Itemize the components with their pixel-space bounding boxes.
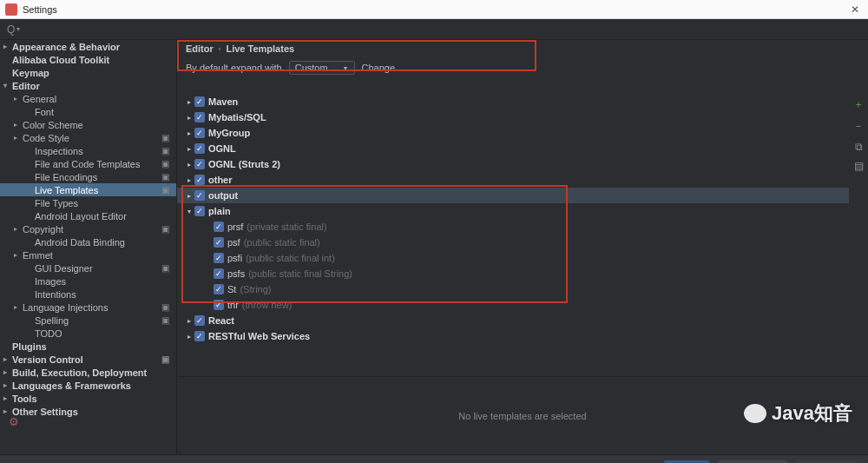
sidebar-item[interactable]: ▸Android Layout Editor [0, 209, 176, 222]
checkbox[interactable]: ✓ [194, 96, 205, 107]
expand-prefix-label: By default expand with [186, 63, 282, 73]
tree-item[interactable]: ▸✓psfs(public static final String) [177, 266, 849, 281]
checkbox[interactable]: ✓ [214, 300, 224, 310]
checkbox[interactable]: ✓ [194, 159, 205, 169]
sidebar-item[interactable]: ▸File Encodings▣ [0, 170, 176, 183]
chevron-icon[interactable]: ▸ [184, 98, 194, 106]
tree-item[interactable]: ▸✓MyGroup [177, 125, 849, 141]
checkbox[interactable]: ✓ [194, 128, 205, 138]
sidebar-item[interactable]: ▸Color Scheme [0, 118, 176, 131]
sidebar-item[interactable]: ▸Appearance & Behavior [0, 40, 176, 53]
change-link[interactable]: Change [362, 63, 396, 73]
expand-with-combo[interactable]: Custom… ▼ [289, 61, 355, 75]
tree-item[interactable]: ▸✓psfi(public static final int) [177, 250, 849, 266]
checkbox[interactable]: ✓ [194, 315, 205, 326]
search-dropdown-icon[interactable]: ▾ [16, 25, 20, 33]
chevron-icon[interactable]: ▸ [184, 176, 194, 184]
checkbox[interactable]: ✓ [214, 222, 224, 232]
sidebar-item[interactable]: ▸General [0, 92, 176, 105]
sidebar-item[interactable]: ▸Alibaba Cloud Toolkit [0, 53, 176, 66]
search-bar[interactable]: Q ▾ [0, 19, 868, 40]
sidebar-item-label: Inspections [33, 146, 161, 156]
sidebar-item[interactable]: ▸Language Injections▣ [0, 301, 176, 314]
tree-item[interactable]: ▸✓prsf(private static final) [177, 219, 849, 235]
close-icon[interactable]: ✕ [847, 3, 863, 16]
cancel-button[interactable]: CANCEL [718, 460, 788, 464]
sidebar-item[interactable]: ▸File Types [0, 196, 176, 209]
sidebar-item[interactable]: ▸TODO [0, 327, 176, 340]
chevron-icon[interactable]: ▸ [184, 161, 194, 169]
tree-item[interactable]: ▸✓OGNL [177, 141, 849, 156]
sidebar-item[interactable]: ▾Editor [0, 79, 176, 92]
checkbox[interactable]: ✓ [194, 143, 205, 154]
gear-icon[interactable]: ⚙ [9, 415, 19, 428]
tree-item[interactable]: ▸✓Mybatis/SQL [177, 109, 849, 125]
checkbox[interactable]: ✓ [214, 253, 224, 263]
sidebar-item-label: Appearance & Behavior [10, 42, 173, 52]
expand-with-value: Custom… [295, 63, 338, 73]
chevron-icon: ▸ [10, 95, 21, 103]
sidebar-item[interactable]: ▸Font [0, 105, 176, 118]
checkbox[interactable]: ✓ [214, 237, 224, 248]
breadcrumb-parent[interactable]: Editor [186, 43, 214, 54]
checkbox[interactable]: ✓ [194, 175, 205, 185]
chevron-icon: ▸ [10, 251, 21, 259]
sidebar-item-label: Tools [10, 394, 173, 404]
window-title: Settings [23, 4, 847, 15]
chevron-icon[interactable]: ▸ [184, 145, 194, 153]
tree-item-label: psfi [227, 253, 242, 263]
checkbox[interactable]: ✓ [214, 268, 224, 279]
sidebar-item[interactable]: ▸Inspections▣ [0, 144, 176, 157]
tree-item[interactable]: ▸✓other [177, 172, 849, 188]
chevron-icon[interactable]: ▸ [184, 192, 194, 200]
ok-button[interactable]: OK [664, 460, 709, 464]
checkbox[interactable]: ✓ [214, 284, 224, 294]
chevron-icon[interactable]: ▾ [184, 208, 194, 215]
tree-item[interactable]: ▸✓OGNL (Struts 2) [177, 156, 849, 172]
chevron-icon[interactable]: ▸ [184, 333, 194, 341]
tree-item-label: psfs [227, 268, 245, 279]
sidebar-item[interactable]: ▸Live Templates▣ [0, 183, 176, 196]
templates-tree[interactable]: ▸✓Maven▸✓Mybatis/SQL▸✓MyGroup▸✓OGNL▸✓OGN… [177, 78, 849, 376]
tree-item[interactable]: ▾✓plain [177, 203, 849, 219]
checkbox[interactable]: ✓ [194, 331, 205, 341]
checkbox[interactable]: ✓ [194, 190, 205, 201]
tree-item-desc: (public static final int) [246, 253, 335, 263]
sidebar-item[interactable]: ▸GUI Designer▣ [0, 261, 176, 274]
tree-item[interactable]: ▸✓React [177, 313, 849, 328]
sidebar-item[interactable]: ▸Copyright▣ [0, 222, 176, 235]
add-button[interactable]: ＋ [853, 97, 864, 112]
sidebar-item[interactable]: ▸Build, Execution, Deployment [0, 366, 176, 379]
tree-item[interactable]: ▸✓RESTful Web Services [177, 328, 849, 344]
sidebar-item[interactable]: ▸Intentions [0, 288, 176, 301]
sidebar-item[interactable]: ▸Tools [0, 392, 176, 405]
settings-sidebar[interactable]: ▸Appearance & Behavior▸Alibaba Cloud Too… [0, 40, 177, 454]
sidebar-item[interactable]: ▸Plugins [0, 340, 176, 353]
sidebar-item[interactable]: ▸Languages & Frameworks [0, 379, 176, 392]
chevron-icon[interactable]: ▸ [184, 317, 194, 325]
tree-item[interactable]: ▸✓St(String) [177, 281, 849, 297]
sidebar-item[interactable]: ▸Other Settings [0, 405, 176, 418]
chevron-icon[interactable]: ▸ [184, 114, 194, 122]
sidebar-item[interactable]: ▸Images [0, 274, 176, 288]
tree-item[interactable]: ▸✓Maven [177, 94, 849, 109]
chevron-icon[interactable]: ▸ [184, 129, 194, 137]
checkbox[interactable]: ✓ [194, 112, 205, 122]
export-button[interactable]: ▤ [854, 160, 864, 172]
sidebar-item[interactable]: ▸Android Data Binding [0, 235, 176, 248]
sidebar-item[interactable]: ▸Keymap [0, 66, 176, 79]
sidebar-item-label: File Encodings [33, 172, 161, 182]
checkbox[interactable]: ✓ [194, 206, 205, 216]
sidebar-item[interactable]: ▸Emmet [0, 248, 176, 261]
tree-item[interactable]: ▸✓thr(throw new) [177, 297, 849, 313]
copy-button[interactable]: ⧉ [855, 141, 863, 153]
sidebar-item[interactable]: ▸Spelling▣ [0, 314, 176, 327]
tree-item[interactable]: ▸✓psf(public static final) [177, 235, 849, 250]
remove-button[interactable]: － [853, 119, 864, 134]
breadcrumb-child: Live Templates [226, 43, 294, 54]
chevron-icon: ▸ [10, 134, 21, 142]
sidebar-item[interactable]: ▸Version Control▣ [0, 353, 176, 366]
tree-item[interactable]: ▸✓output [177, 188, 849, 203]
sidebar-item[interactable]: ▸Code Style▣ [0, 131, 176, 144]
sidebar-item[interactable]: ▸File and Code Templates▣ [0, 157, 176, 170]
